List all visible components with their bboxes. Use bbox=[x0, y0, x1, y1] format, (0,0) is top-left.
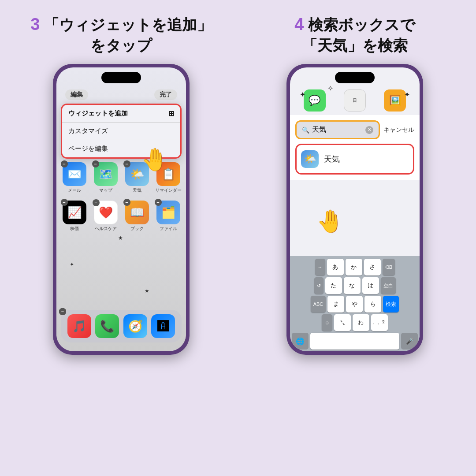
add-widget-label: ウィジェットを追加 bbox=[68, 109, 128, 118]
kb-abc-key[interactable]: ABC bbox=[311, 296, 326, 312]
list-item: − 📋 リマインダー bbox=[155, 162, 182, 193]
photos-mini-icon: 🖼️ bbox=[384, 89, 406, 112]
dynamic-island-2 bbox=[335, 72, 375, 83]
step3-title: 3 「ウィジェットを追加」 をタップ bbox=[30, 13, 212, 56]
weather-app-icon[interactable]: − 🌤️ bbox=[125, 162, 149, 186]
kb-arrow-key[interactable]: → bbox=[315, 259, 325, 275]
kb-mic-key[interactable]: 🎤 bbox=[401, 333, 418, 350]
list-item: − 📖 ブック bbox=[123, 201, 150, 232]
kb-space-key[interactable]: 空白 bbox=[381, 277, 396, 294]
kb-sa-key[interactable]: さ bbox=[364, 259, 381, 275]
star-decoration: ✦ bbox=[70, 261, 74, 268]
kb-punct-key[interactable]: 、。?! bbox=[371, 314, 388, 331]
kb-ra-key[interactable]: ら bbox=[364, 296, 381, 312]
phone2-frame: ✦ ✦ ✧ 💬 日 🖼️ 🔍 天気 bbox=[286, 64, 423, 355]
appstore-dock-icon[interactable]: − 🅰 bbox=[151, 314, 175, 338]
context-menu: ウィジェットを追加 ⊞ カスタマイズ ページを編集 bbox=[61, 104, 182, 159]
list-item: − 🗂️ ファイル bbox=[155, 201, 182, 232]
minus-badge: − bbox=[61, 199, 68, 206]
step4-title-line1: 検索ボックスで bbox=[308, 16, 415, 33]
step4-title: 4 検索ボックスで 「天気」を検索 bbox=[294, 13, 415, 56]
kb-wa-key[interactable]: わ bbox=[353, 314, 369, 331]
kb-ha-key[interactable]: は bbox=[362, 277, 379, 294]
customize-menu-item[interactable]: カスタマイズ bbox=[62, 123, 180, 140]
kb-search-key[interactable]: 検索 bbox=[383, 296, 399, 312]
kb-ka-key[interactable]: か bbox=[346, 259, 362, 275]
app-grid-row2: − 📈 株価 − ❤️ ヘルスケア − bbox=[56, 197, 186, 235]
list-item: − ✉️ メール bbox=[61, 162, 88, 193]
phone1-frame: 編集 完了 ウィジェットを追加 ⊞ カスタマイズ ページを編集 bbox=[53, 64, 190, 355]
cancel-button[interactable]: キャンセル bbox=[383, 126, 414, 134]
books-label: ブック bbox=[130, 226, 144, 232]
mail-app-icon[interactable]: − ✉️ bbox=[63, 162, 86, 186]
files-app-icon[interactable]: − 🗂️ bbox=[156, 201, 180, 224]
phone-dock-icon[interactable]: − 📞 bbox=[95, 314, 119, 338]
maps-app-icon[interactable]: − 🗺️ bbox=[94, 162, 118, 186]
keyboard: → あ か さ ⌫ ↺ た な は 空白 bbox=[290, 256, 420, 351]
mail-label: メール bbox=[68, 187, 81, 193]
kb-ya-key[interactable]: や bbox=[346, 296, 363, 312]
kb-ma-key[interactable]: ま bbox=[327, 296, 344, 312]
search-bar[interactable]: 🔍 天気 ✕ bbox=[295, 120, 380, 139]
phone2-screen: ✦ ✦ ✧ 💬 日 🖼️ 🔍 天気 bbox=[290, 67, 420, 351]
step3-title-line2: をタップ bbox=[90, 37, 152, 54]
search-result-item[interactable]: 🌤️ 天気 bbox=[295, 144, 414, 175]
minus-badge: − bbox=[123, 199, 130, 206]
kb-na-key[interactable]: な bbox=[344, 277, 361, 294]
sparkle-decoration: ✦ bbox=[404, 90, 410, 99]
edit-page-menu-item[interactable]: ページを編集 bbox=[62, 140, 180, 157]
search-bar-container: 🔍 天気 ✕ キャンセル bbox=[295, 120, 414, 139]
minus-badge: − bbox=[155, 160, 162, 167]
health-label: ヘルスケア bbox=[95, 226, 117, 232]
minus-badge: − bbox=[155, 199, 162, 206]
kb-emoji-key[interactable]: ☺ bbox=[322, 314, 332, 331]
list-item: − 📈 株価 bbox=[61, 201, 88, 232]
kb-undo-key[interactable]: ↺ bbox=[314, 277, 324, 294]
add-widget-menu-item[interactable]: ウィジェットを追加 ⊞ bbox=[62, 105, 180, 123]
widget-search-overlay: 🔍 天気 ✕ キャンセル 🌤️ 天気 bbox=[290, 115, 420, 180]
step4-number: 4 bbox=[294, 15, 304, 33]
keyboard-row1: → あ か さ ⌫ bbox=[292, 259, 418, 275]
add-widget-icon: ⊞ bbox=[168, 109, 174, 118]
phone1-screen: 編集 完了 ウィジェットを追加 ⊞ カスタマイズ ページを編集 bbox=[56, 67, 186, 351]
minus-badge: − bbox=[93, 199, 100, 206]
books-app-icon[interactable]: − 📖 bbox=[125, 201, 149, 224]
edit-button[interactable]: 編集 bbox=[65, 89, 88, 100]
weather-label: 天気 bbox=[133, 187, 141, 193]
safari-dock-icon[interactable]: − 🧭 bbox=[123, 314, 147, 338]
health-app-icon[interactable]: − ❤️ bbox=[94, 201, 118, 224]
reminders-app-icon[interactable]: − 📋 bbox=[156, 162, 180, 186]
app-grid-row1: − ✉️ メール − 🗺️ マップ − bbox=[56, 159, 186, 197]
dock: − 🎵 − 📞 − 🧭 − 🅰 bbox=[61, 310, 182, 342]
kb-dakuten-key[interactable]: 〝〟 bbox=[334, 314, 351, 331]
sparkle-decoration: ✦ bbox=[300, 90, 305, 99]
kb-spacebar[interactable] bbox=[310, 333, 399, 350]
star-decoration: ★ bbox=[145, 288, 149, 294]
stocks-app-icon[interactable]: − 📈 bbox=[63, 201, 86, 224]
step4-title-line2: 「天気」を検索 bbox=[302, 37, 408, 54]
step3-number: 3 bbox=[30, 15, 40, 33]
minus-badge: − bbox=[59, 308, 66, 315]
kb-ta-key[interactable]: た bbox=[325, 277, 342, 294]
music-dock-icon[interactable]: − 🎵 bbox=[67, 314, 91, 338]
done-button[interactable]: 完了 bbox=[154, 89, 177, 100]
search-clear-button[interactable]: ✕ bbox=[365, 126, 373, 134]
keyboard-row3: ABC ま や ら 検索 bbox=[292, 296, 418, 312]
weather-result-label: 天気 bbox=[324, 154, 340, 164]
calendar-mini-icon: 日 bbox=[344, 89, 366, 112]
kb-delete-key[interactable]: ⌫ bbox=[383, 259, 395, 275]
files-label: ファイル bbox=[160, 226, 177, 232]
keyboard-row4: ☺ 〝〟 わ 、。?! bbox=[292, 314, 418, 331]
star-decoration: ★ bbox=[118, 235, 123, 241]
customize-label: カスタマイズ bbox=[68, 127, 108, 134]
kb-globe-key[interactable]: 🌐 bbox=[292, 333, 309, 350]
stocks-label: 株価 bbox=[70, 226, 79, 232]
keyboard-row2: ↺ た な は 空白 bbox=[292, 277, 418, 294]
list-item: − 🗺️ マップ bbox=[92, 162, 119, 193]
kb-a-key[interactable]: あ bbox=[327, 259, 344, 275]
minus-badge: − bbox=[61, 160, 68, 167]
list-item: − 🌤️ 天気 bbox=[123, 162, 150, 193]
tap-cursor-2: 🤚 bbox=[316, 208, 344, 234]
edit-page-label: ページを編集 bbox=[68, 145, 108, 152]
messages-mini-icon: 💬 bbox=[304, 89, 326, 112]
